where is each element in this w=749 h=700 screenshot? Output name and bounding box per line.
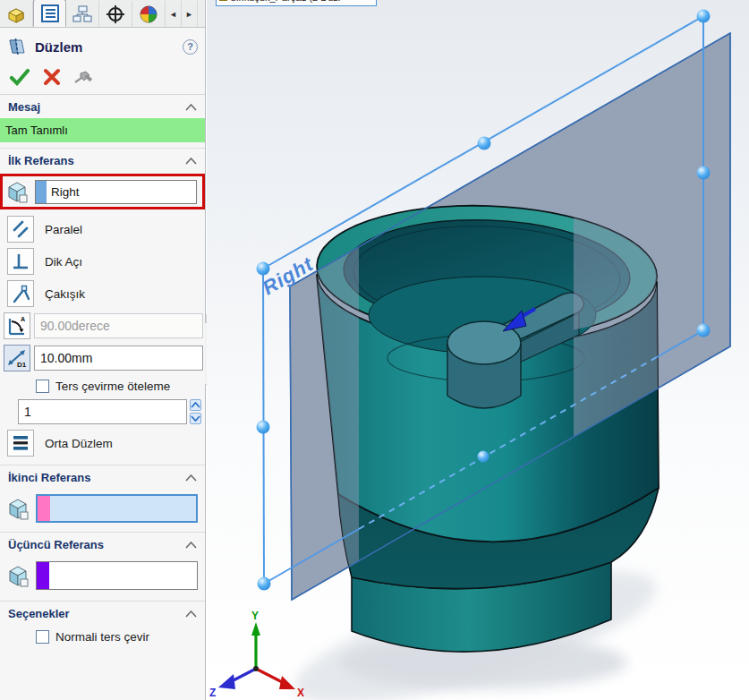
ok-button[interactable] [9, 68, 30, 86]
graphics-viewport[interactable]: bir.küçük_Parça1 (2 Düzl [207, 0, 749, 700]
distance-input[interactable] [34, 346, 203, 371]
property-manager-panel: ◄ ► Düzlem ? [0, 0, 206, 700]
axis-x-label: X [297, 687, 304, 699]
plane-icon [7, 37, 27, 56]
collapse-chevron-icon [185, 158, 197, 165]
cancel-button[interactable] [43, 68, 61, 86]
display-manager-ball-icon [138, 4, 159, 24]
third-reference-row [0, 556, 205, 601]
spin-down-icon[interactable] [190, 413, 201, 424]
part-icon [219, 0, 227, 1]
constraint-option-coincident[interactable]: Çakışık [0, 277, 205, 310]
orientation-triad: Y X Z [209, 610, 304, 699]
selection-marker [36, 181, 47, 203]
flip-offset-row: Ters çevirme öteleme [0, 374, 205, 397]
svg-text:A: A [21, 316, 25, 322]
manager-tab-bar: ◄ ► [0, 0, 205, 28]
selection-marker [38, 496, 50, 521]
feature-tree-flyout-item-clipped[interactable]: bir.küçük_Parça1 (2 Düzl [216, 0, 377, 6]
axis-z-label: Z [209, 687, 216, 699]
angle-icon: A [6, 315, 28, 337]
section-header-ikinci-referans[interactable]: İkinci Referans [0, 465, 205, 489]
dimxpert-target-icon [105, 4, 126, 24]
section-label: Seçenekler [8, 607, 70, 620]
second-reference-selection-field[interactable] [36, 494, 198, 523]
flip-normal-checkbox[interactable] [36, 630, 49, 644]
parallel-icon [11, 219, 30, 239]
second-reference-row [0, 489, 205, 532]
svg-text:D1: D1 [17, 361, 27, 369]
first-reference-selection-field[interactable]: Right [35, 180, 197, 204]
tab-propertymanager[interactable] [33, 0, 66, 27]
face-picker-icon [5, 496, 30, 521]
instance-count-input[interactable] [18, 399, 187, 424]
axis-y-label: Y [251, 610, 259, 622]
perpendicular-icon [11, 252, 30, 271]
spin-up-icon[interactable] [190, 399, 201, 411]
mid-plane-icon [11, 433, 30, 453]
section-header-secenekler[interactable]: Seçenekler [0, 601, 205, 625]
section-label: Mesaj [8, 100, 40, 114]
constraint-option-parallel[interactable]: Paralel [0, 213, 205, 245]
status-badge: Tam Tanımlı [0, 118, 205, 142]
section-label: İlk Referans [8, 154, 74, 167]
constraint-option-perpendicular[interactable]: Dik Açı [0, 245, 205, 277]
section-label: Üçüncü Referans [8, 538, 104, 551]
action-button-row [0, 62, 205, 95]
collapse-chevron-icon [185, 542, 197, 549]
distance-row: D1 [0, 342, 205, 374]
configuration-icon [72, 4, 93, 24]
section-header-mesaj[interactable]: Mesaj [0, 95, 205, 118]
solidworks-window: ◄ ► Düzlem ? [0, 0, 749, 700]
property-manager-icon [39, 4, 61, 23]
distance-icon: D1 [6, 347, 28, 369]
tab-scroll-right-button[interactable]: ► [182, 1, 198, 27]
pin-button[interactable] [73, 68, 95, 86]
page-title: Düzlem [35, 39, 183, 55]
option-label: Çakışık [45, 287, 85, 301]
section-label: İkinci Referans [8, 471, 91, 484]
mid-plane-option[interactable]: Orta Düzlem [0, 427, 205, 459]
collapse-chevron-icon [185, 474, 197, 482]
instance-count-row: # [0, 397, 205, 427]
flip-offset-checkbox[interactable] [36, 380, 49, 393]
tab-scroll-left-button[interactable]: ◄ [166, 1, 182, 27]
selected-reference: Right [47, 185, 80, 199]
part-name-fragment: bir.küçük_Parça1 (2 Düzl [231, 0, 340, 3]
angle-row: A [0, 310, 205, 342]
count-spinner [190, 399, 201, 424]
flip-normal-row: Normali ters çevir [0, 625, 205, 647]
tab-dimxpertmanager[interactable] [99, 1, 132, 27]
checkbox-label: Ters çevirme öteleme [55, 380, 170, 393]
property-manager-header: Düzlem ? [0, 28, 205, 62]
face-picker-icon [4, 179, 30, 204]
third-reference-selection-field[interactable] [36, 561, 198, 590]
section-header-ucuncu-referans[interactable]: Üçüncü Referans [0, 532, 205, 556]
option-label: Orta Düzlem [45, 437, 113, 450]
selection-marker [37, 562, 49, 589]
part-icon [5, 4, 27, 24]
section-header-ilk-referans[interactable]: İlk Referans [0, 148, 205, 172]
checkbox-label: Normali ters çevir [55, 630, 149, 644]
help-icon[interactable]: ? [183, 39, 198, 55]
face-picker-icon [5, 563, 30, 588]
tab-displaymanager[interactable] [132, 1, 166, 27]
coincident-icon [11, 284, 30, 303]
first-reference-highlighted-row: Right [0, 174, 205, 209]
scene-svg: Right Y X Z [207, 0, 749, 700]
collapse-chevron-icon [185, 104, 197, 111]
option-label: Paralel [45, 223, 82, 236]
option-label: Dik Açı [45, 255, 82, 269]
tab-featuremanager[interactable] [0, 1, 33, 27]
tab-configurationmanager[interactable] [66, 1, 99, 27]
collapse-chevron-icon [185, 610, 197, 618]
angle-input[interactable] [34, 313, 203, 338]
